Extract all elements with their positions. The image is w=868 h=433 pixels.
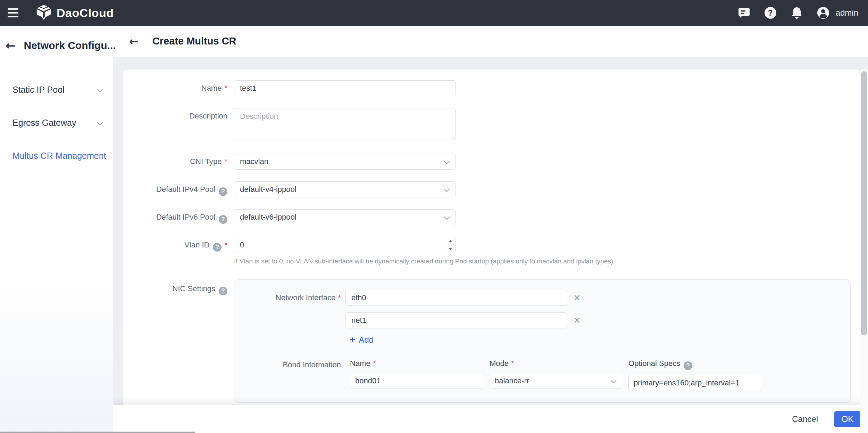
chevron-down-icon bbox=[97, 86, 103, 92]
ipv4-pool-select[interactable]: default-v4-ippool bbox=[234, 181, 456, 197]
app-root: DaoCloud ? bbox=[0, 0, 868, 433]
bond-mode-column: Mode* balance-rr bbox=[490, 359, 622, 391]
vlan-id-input[interactable] bbox=[234, 237, 456, 253]
form-card: Name* Description CNI Type* macvlan bbox=[123, 70, 860, 433]
chevron-down-icon bbox=[611, 378, 617, 384]
vlan-hint-text: If Vlan is set to 0, no VLAN sub-interfa… bbox=[234, 258, 615, 265]
help-icon[interactable]: ? bbox=[219, 215, 227, 224]
bond-name-column: Name* bbox=[350, 359, 483, 391]
chevron-down-icon bbox=[444, 158, 450, 164]
optional-specs-label: Optional Specs? bbox=[628, 359, 761, 370]
page-back-icon[interactable]: ← bbox=[129, 36, 139, 47]
bond-information-row: Bond Information Name* Mode* bbox=[234, 359, 850, 391]
remove-interface-icon[interactable]: ✕ bbox=[573, 293, 581, 302]
bond-mode-select[interactable]: balance-rr bbox=[490, 373, 622, 389]
sidebar-item-static-ip-pool[interactable]: Static IP Pool bbox=[0, 82, 113, 97]
required-marker: * bbox=[511, 359, 514, 368]
help-icon[interactable]: ? bbox=[219, 287, 227, 295]
description-row: Description bbox=[123, 108, 860, 142]
ipv6-pool-label: Default IPv6 Pool? bbox=[123, 209, 227, 225]
message-icon[interactable] bbox=[738, 7, 750, 19]
user-avatar-icon[interactable] bbox=[817, 7, 829, 19]
required-marker: * bbox=[224, 240, 227, 249]
topbar-actions: ? admin bbox=[738, 7, 868, 19]
help-icon[interactable]: ? bbox=[764, 7, 777, 19]
help-icon[interactable]: ? bbox=[684, 361, 692, 370]
bond-mode-label: Mode* bbox=[490, 359, 622, 368]
form-footer: Cancel OK bbox=[113, 405, 868, 433]
nic-settings-row: NIC Settings? Network Interface* ✕ ✕ bbox=[123, 279, 860, 403]
sidebar-item-egress-gateway[interactable]: Egress Gateway bbox=[0, 115, 113, 130]
name-input[interactable] bbox=[234, 80, 456, 96]
ipv6-pool-select[interactable]: default-v6-ippool bbox=[234, 209, 456, 225]
network-interface-input[interactable] bbox=[345, 312, 567, 328]
sidebar-title: Network Configu... bbox=[24, 40, 116, 51]
required-marker: * bbox=[224, 157, 227, 166]
chevron-down-icon bbox=[444, 214, 450, 220]
interface-row: Network Interface* ✕ bbox=[234, 290, 850, 306]
sidebar-back-icon[interactable]: ← bbox=[6, 40, 16, 51]
bond-name-label: Name* bbox=[350, 359, 483, 368]
ipv4-pool-label: Default IPv4 Pool? bbox=[123, 181, 227, 197]
ipv6-pool-row: Default IPv6 Pool? default-v6-ippool bbox=[123, 209, 860, 225]
required-marker: * bbox=[224, 84, 227, 92]
name-row: Name* bbox=[123, 80, 860, 96]
chevron-down-icon bbox=[97, 119, 103, 125]
brand-name: DaoCloud bbox=[57, 6, 114, 20]
nic-settings-panel: Network Interface* ✕ ✕ + Add bbox=[234, 279, 851, 403]
add-interface-button[interactable]: + Add bbox=[350, 335, 374, 345]
description-textarea[interactable] bbox=[234, 108, 456, 140]
vertical-scrollbar-thumb[interactable] bbox=[861, 71, 867, 335]
chevron-down-icon bbox=[444, 186, 450, 192]
sidebar-item-multus-cr-management[interactable]: Multus CR Management bbox=[0, 148, 113, 163]
name-label: Name* bbox=[123, 80, 227, 96]
required-marker: * bbox=[373, 359, 376, 368]
vlan-id-label: Vlan ID?* bbox=[123, 237, 227, 265]
network-interface-label: Network Interface* bbox=[234, 293, 345, 302]
brand-logo[interactable]: DaoCloud bbox=[36, 4, 114, 22]
cni-type-label: CNI Type* bbox=[123, 154, 227, 170]
sidebar-divider bbox=[4, 64, 109, 64]
description-label: Description bbox=[123, 108, 227, 142]
page-header: ← Create Multus CR bbox=[113, 26, 868, 57]
hamburger-menu-icon[interactable] bbox=[0, 0, 26, 26]
nic-settings-label: NIC Settings? bbox=[123, 279, 227, 403]
required-marker: * bbox=[338, 293, 341, 302]
ok-button[interactable]: OK bbox=[834, 411, 861, 427]
number-stepper bbox=[445, 237, 455, 253]
plus-icon: + bbox=[350, 335, 355, 345]
vertical-scrollbar-track[interactable] bbox=[860, 70, 868, 433]
stepper-up-button[interactable] bbox=[445, 237, 455, 245]
page-title: Create Multus CR bbox=[152, 35, 236, 47]
ipv4-pool-row: Default IPv4 Pool? default-v4-ippool bbox=[123, 181, 860, 197]
interface-row: ✕ bbox=[234, 312, 850, 328]
sidebar-item-label: Egress Gateway bbox=[12, 118, 76, 128]
sidebar: ← Network Configu... Static IP Pool Egre… bbox=[0, 26, 113, 433]
horizontal-scrollbar-thumb[interactable] bbox=[0, 432, 195, 433]
network-interface-input[interactable] bbox=[345, 290, 567, 306]
username-label[interactable]: admin bbox=[836, 8, 858, 18]
help-icon[interactable]: ? bbox=[213, 243, 222, 252]
bond-specs-column: Optional Specs? bbox=[628, 359, 761, 391]
top-bar: DaoCloud ? bbox=[0, 0, 868, 26]
help-icon[interactable]: ? bbox=[219, 187, 227, 196]
sidebar-item-label: Multus CR Management bbox=[12, 151, 106, 161]
remove-interface-icon[interactable]: ✕ bbox=[573, 316, 581, 325]
bond-information-label: Bond Information bbox=[234, 359, 345, 391]
sidebar-item-label: Static IP Pool bbox=[12, 85, 65, 95]
vlan-id-row: Vlan ID?* If Vlan is set to 0, no VLAN s… bbox=[123, 237, 860, 265]
daocloud-cube-icon bbox=[36, 4, 52, 22]
bond-name-input[interactable] bbox=[350, 373, 483, 389]
cni-type-row: CNI Type* macvlan bbox=[123, 154, 860, 170]
cancel-button[interactable]: Cancel bbox=[784, 411, 826, 427]
optional-specs-input[interactable] bbox=[628, 375, 761, 391]
notifications-bell-icon[interactable] bbox=[791, 7, 803, 19]
stepper-down-button[interactable] bbox=[445, 245, 455, 253]
cni-type-select[interactable]: macvlan bbox=[234, 154, 456, 170]
resize-grip-icon[interactable] bbox=[449, 135, 454, 140]
